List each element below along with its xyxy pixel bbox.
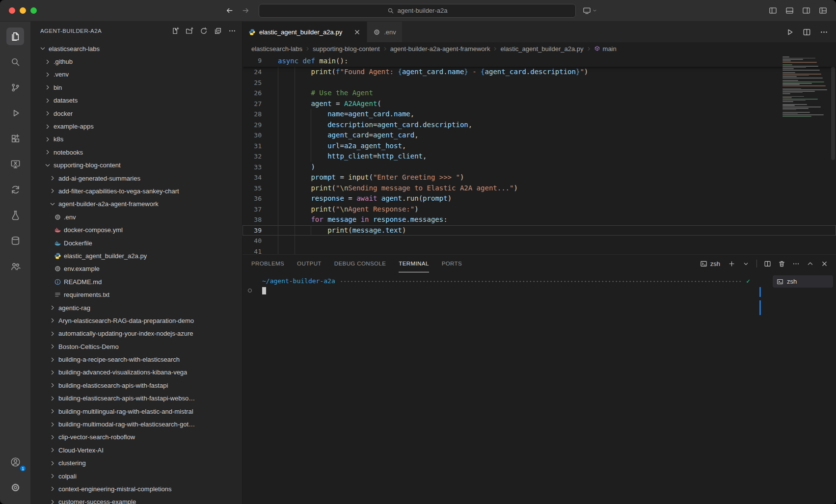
close-button[interactable] xyxy=(821,260,828,267)
tree-item-clip-vector-search-roboflow[interactable]: clip-vector-search-roboflow xyxy=(30,431,242,444)
tree-item-Dockerfile[interactable]: Dockerfile xyxy=(30,237,242,249)
activity-search[interactable] xyxy=(0,49,30,75)
code-line-35[interactable]: 35 print("\nSending message to Elastic A… xyxy=(243,183,836,194)
activity-sync[interactable] xyxy=(0,177,30,202)
tree-item-building-multimodal-rag-with-elasticsearch-got…[interactable]: building-multimodal-rag-with-elasticsear… xyxy=(30,418,242,430)
layout-sidebar-right-button[interactable] xyxy=(802,6,810,15)
tree-item-example-apps[interactable]: example-apps xyxy=(30,120,242,133)
plus-button[interactable] xyxy=(728,260,735,267)
activity-settings[interactable] xyxy=(0,475,30,500)
code-line-24[interactable]: 24 print(f"Found Agent: {agent_card.name… xyxy=(243,67,836,78)
tree-item-building-advanced-visualizations-kibana-vega[interactable]: building-advanced-visualizations-kibana-… xyxy=(30,366,242,379)
code-lines[interactable]: 24 print(f"Found Agent: {agent_card.name… xyxy=(243,67,836,254)
panel-tab-PROBLEMS[interactable]: PROBLEMS xyxy=(251,255,284,272)
code-line-34[interactable]: 34 prompt = input("Enter Greeting >>> ") xyxy=(243,172,836,183)
activity-remote-explorer[interactable] xyxy=(0,151,30,177)
layout-panel-button[interactable] xyxy=(785,6,794,15)
code-line-25[interactable]: 25 xyxy=(243,78,836,88)
tree-item-colpali[interactable]: colpali xyxy=(30,470,242,482)
tree-item-docker[interactable]: docker xyxy=(30,107,242,120)
tree-item-add-ai-generated-summaries[interactable]: add-ai-generated-summaries xyxy=(30,172,242,185)
breadcrumb-main[interactable]: main xyxy=(594,45,617,53)
tree-item-Cloud-Vertex-AI[interactable]: Cloud-Vertex-AI xyxy=(30,444,242,456)
trash-button[interactable] xyxy=(778,260,785,267)
back-button[interactable] xyxy=(225,6,234,15)
maximize-button[interactable] xyxy=(807,260,814,267)
layout-sidebar-left-button[interactable] xyxy=(769,6,777,15)
customize-layout-button[interactable] xyxy=(819,6,827,15)
activity-database[interactable] xyxy=(0,228,30,253)
activity-source-control[interactable] xyxy=(0,75,30,100)
new-folder-button[interactable] xyxy=(186,27,193,35)
panel-tab-TERMINAL[interactable]: TERMINAL xyxy=(399,255,429,272)
activity-explorer[interactable] xyxy=(0,24,30,49)
code-line-32[interactable]: 32 http_client=http_client, xyxy=(243,151,836,162)
code-editor[interactable]: 9async def main(): 24 print(f"Found Agen… xyxy=(243,55,836,254)
split-editor-button[interactable] xyxy=(803,28,811,36)
breadcrumb-elastic_agent_builder_a2a.py[interactable]: elastic_agent_builder_a2a.py xyxy=(500,45,583,53)
close-window-button[interactable] xyxy=(9,7,15,14)
breadcrumb-agent-builder-a2a-agent-framework[interactable]: agent-builder-a2a-agent-framework xyxy=(390,45,490,53)
code-line-29[interactable]: 29 description=agent_card.description, xyxy=(243,120,836,131)
breadcrumb-elasticsearch-labs[interactable]: elasticsearch-labs xyxy=(251,45,302,53)
terminal-tab-zsh[interactable]: zsh xyxy=(773,275,833,288)
tree-item-clustering[interactable]: clustering xyxy=(30,457,242,470)
tree-item-.venv[interactable]: .venv xyxy=(30,68,242,81)
code-line-41[interactable]: 41 xyxy=(243,246,836,255)
code-line-40[interactable]: 40 xyxy=(243,236,836,246)
breadcrumb-supporting-blog-content[interactable]: supporting-blog-content xyxy=(313,45,380,53)
code-line-33[interactable]: 33 ) xyxy=(243,162,836,173)
tree-item-datasets[interactable]: datasets xyxy=(30,94,242,107)
more-button[interactable] xyxy=(820,28,828,36)
code-line-28[interactable]: 28 name=agent_card.name, xyxy=(243,109,836,120)
sticky-scroll-line[interactable]: 9async def main(): xyxy=(243,55,836,67)
tree-item-docker-compose.yml[interactable]: docker-compose.yml xyxy=(30,223,242,236)
tree-item-building-multilingual-rag-with-elastic-and-mistral[interactable]: building-multilingual-rag-with-elastic-a… xyxy=(30,405,242,418)
code-line-38[interactable]: 38 for message in response.messages: xyxy=(243,214,836,225)
tree-item-context-engineering-mistral-completions[interactable]: context-engineering-mistral-completions xyxy=(30,482,242,495)
tree-item-notebooks[interactable]: notebooks xyxy=(30,146,242,159)
tree-item-customer-success-example[interactable]: customer-success-example xyxy=(30,496,242,504)
tree-item-building-a-recipe-search-with-elasticsearch[interactable]: building-a-recipe-search-with-elasticsea… xyxy=(30,353,242,366)
shell-selector[interactable]: zsh xyxy=(700,260,720,267)
panel-tab-OUTPUT[interactable]: OUTPUT xyxy=(297,255,322,272)
activity-run-and-debug[interactable] xyxy=(0,100,30,126)
terminal-input-line[interactable] xyxy=(262,286,770,296)
code-line-36[interactable]: 36 response = await agent.run(prompt) xyxy=(243,193,836,204)
minimap[interactable] xyxy=(782,56,829,254)
editor-tab-elastic_agent_builder_a2a.py[interactable]: elastic_agent_builder_a2a.py xyxy=(243,22,367,42)
tree-item-supporting-blog-content[interactable]: supporting-blog-content xyxy=(30,159,242,172)
run-button[interactable] xyxy=(785,28,794,36)
activity-accounts-people[interactable] xyxy=(0,253,30,279)
zoom-window-button[interactable] xyxy=(30,7,37,14)
tree-item-requirements.txt[interactable]: requirements.txt xyxy=(30,288,242,301)
editor-scrollbar[interactable] xyxy=(831,67,835,160)
new-file-button[interactable] xyxy=(171,27,179,35)
tree-item-k8s[interactable]: k8s xyxy=(30,133,242,146)
code-line-37[interactable]: 37 print("\nAgent Response:") xyxy=(243,204,836,215)
tree-item-bin[interactable]: bin xyxy=(30,81,242,94)
code-line-27[interactable]: 27 agent = A2AAgent( xyxy=(243,99,836,109)
split-editor-button[interactable] xyxy=(764,260,771,267)
panel-tab-PORTS[interactable]: PORTS xyxy=(442,255,462,272)
tree-item-agent-builder-a2a-agent-framework[interactable]: agent-builder-a2a-agent-framework xyxy=(30,198,242,211)
collapse-all-button[interactable] xyxy=(214,27,222,35)
tree-item-elasticsearch-labs[interactable]: elasticsearch-labs xyxy=(30,42,242,55)
editor-tab-.env[interactable]: .env xyxy=(367,22,403,42)
command-center-search[interactable]: agent-builder-a2a xyxy=(259,4,576,18)
tree-item-automatically-updating-your-index-nodejs-azure[interactable]: automatically-updating-your-index-nodejs… xyxy=(30,327,242,340)
tree-item-README.md[interactable]: README.md xyxy=(30,275,242,288)
command-decoration-icon[interactable] xyxy=(248,289,252,292)
chevron-down-small-button[interactable] xyxy=(742,260,750,267)
code-line-31[interactable]: 31 url=a2a_agent_host, xyxy=(243,141,836,152)
tree-item-env.example[interactable]: env.example xyxy=(30,263,242,275)
tree-item-add-filter-capabilities-to-vega-sankey-chart[interactable]: add-filter-capabilities-to-vega-sankey-c… xyxy=(30,185,242,197)
forward-button[interactable] xyxy=(242,6,250,15)
tree-item-elastic_agent_builder_a2a.py[interactable]: elastic_agent_builder_a2a.py xyxy=(30,249,242,262)
code-line-26[interactable]: 26 # Use the Agent xyxy=(243,88,836,99)
tree-item-building-elasticsearch-apis-with-fastapi[interactable]: building-elasticsearch-apis-with-fastapi xyxy=(30,379,242,392)
tree-item-building-elasticsearch-apis-with-fastapi-webso…[interactable]: building-elasticsearch-apis-with-fastapi… xyxy=(30,392,242,405)
more-button[interactable] xyxy=(792,260,800,267)
code-line-39[interactable]: 39 print(message.text) xyxy=(243,225,836,236)
tree-item-agentic-rag[interactable]: agentic-rag xyxy=(30,301,242,314)
